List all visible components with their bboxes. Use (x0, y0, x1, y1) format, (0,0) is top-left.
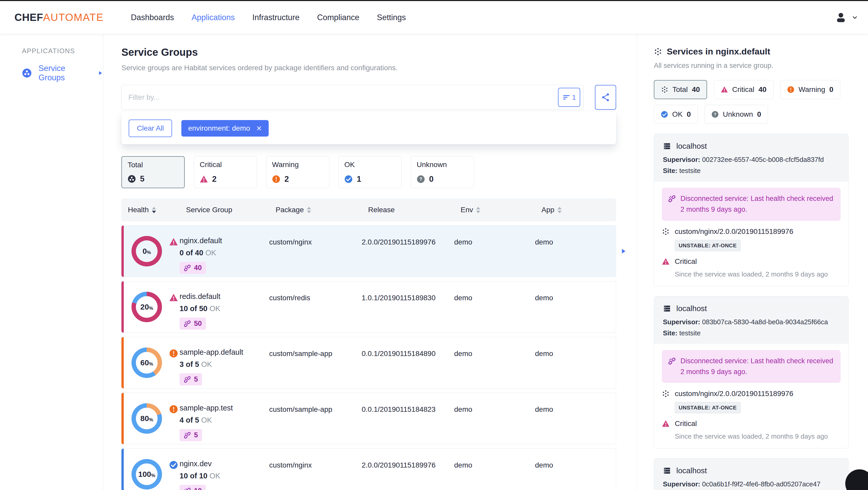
pill-critical[interactable]: Critical 40 (714, 80, 773, 99)
service-group-name: redis.default (180, 292, 269, 301)
filter-toggle-button[interactable]: 1 (558, 88, 580, 107)
table-row-nginx-dev[interactable]: 100% nginx.dev 10 of 10OK 10 custom/ngin… (121, 449, 616, 490)
filter-lines-icon (562, 93, 571, 101)
main-nav: Dashboards Applications Infrastructure C… (131, 13, 406, 22)
column-release[interactable]: Release (368, 206, 461, 214)
service-card: localhost Supervisor: 0c0a6b1f-f9f2-4fe6… (654, 458, 848, 490)
top-navigation-bar: CHEFAUTOMATE Dashboards Applications Inf… (0, 1, 868, 34)
service-card-header: localhost Supervisor: 0c0a6b1f-f9f2-4fe6… (654, 458, 848, 490)
service-package: custom/nginx/2.0.0/20190115189976 (662, 227, 841, 236)
critical-icon (200, 175, 208, 183)
column-package[interactable]: Package (276, 206, 368, 214)
health-donut: 0% (131, 236, 162, 266)
page-title: Service Groups (121, 46, 616, 58)
nav-infrastructure[interactable]: Infrastructure (252, 13, 300, 22)
pill-ok[interactable]: OK 0 (654, 105, 698, 124)
service-groups-table: Health Service Group Package Release Env (121, 199, 616, 490)
warning-icon (169, 405, 178, 414)
app-cell: demo (535, 337, 616, 388)
table-row-nginx-default[interactable]: 0% nginx.default 0 of 40OK 40 custom/ngi… (121, 225, 616, 277)
status-card-unknown[interactable]: Unknown 0 (411, 156, 474, 188)
broken-link-icon (184, 320, 191, 327)
release-cell: 2.0.0/20190115189976 (362, 449, 454, 490)
table-row-redis-default[interactable]: 20% redis.default 10 of 50OK 50 custom/r… (121, 281, 616, 333)
env-cell: demo (454, 337, 535, 388)
ok-ratio: 10 of 50OK (180, 304, 269, 313)
package-cell: custom/nginx (269, 226, 362, 277)
ok-ratio: 0 of 40OK (180, 249, 269, 257)
habitat-dots-icon (654, 47, 662, 56)
server-icon (663, 304, 671, 313)
status-card-total[interactable]: Total 5 (121, 156, 185, 188)
service-card-header: localhost Supervisor: 002732ee-6557-405c… (654, 134, 848, 182)
main-content: Service Groups Service groups are Habita… (103, 34, 637, 490)
sort-icon[interactable] (476, 207, 480, 213)
table-row-sample-app-default[interactable]: 60% sample-app.default 3 of 5OK 5 custom… (121, 337, 616, 389)
table-row-sample-app-test[interactable]: 80% sample-app.test 4 of 5OK 5 custom/sa… (121, 393, 616, 444)
share-button[interactable] (595, 85, 616, 110)
ok-ratio: 3 of 5OK (180, 360, 269, 369)
sort-icon[interactable] (307, 207, 311, 213)
column-env[interactable]: Env (461, 206, 541, 214)
service-card: localhost Supervisor: 083b07ca-5830-4a8d… (654, 296, 848, 449)
health-donut: 100% (131, 459, 162, 489)
column-health[interactable]: Health (128, 206, 186, 214)
pill-unknown[interactable]: Unknown 0 (705, 105, 768, 124)
sidebar-item-label: Service Groups (38, 64, 83, 83)
filter-chip-label: environment: demo (188, 124, 250, 132)
service-health-status: Critical (662, 420, 841, 428)
status-card-critical[interactable]: Critical 2 (194, 156, 257, 188)
user-menu[interactable] (835, 11, 858, 24)
health-donut: 20% (131, 292, 162, 322)
service-status-pills: Total 40 Critical 40 Warning 0 OK 0 Unkn… (654, 80, 848, 124)
broken-link-icon (668, 195, 676, 203)
column-service-group[interactable]: Service Group (186, 206, 276, 214)
server-icon (663, 466, 671, 475)
clear-all-button[interactable]: Clear All (129, 120, 172, 137)
release-cell: 2.0.0/20190115189976 (362, 226, 454, 277)
filter-chip-environment-demo[interactable]: environment: demo (181, 120, 269, 137)
critical-icon (662, 258, 670, 265)
update-strategy-badge: UNSTABLE: AT-ONCE (675, 402, 741, 413)
disconnected-count-badge: 40 (180, 262, 206, 274)
health-donut: 80% (131, 403, 162, 434)
status-card-ok[interactable]: OK 1 (338, 156, 402, 188)
sort-icon[interactable] (152, 207, 156, 213)
unknown-icon (711, 111, 719, 118)
app-cell: demo (535, 449, 616, 490)
window-top-edge (0, 0, 868, 1)
service-group-name: sample-app.test (180, 404, 269, 412)
app-cell: demo (535, 393, 616, 444)
habitat-dots-icon (662, 228, 670, 235)
sort-icon[interactable] (557, 207, 562, 213)
chevron-down-icon (852, 15, 858, 21)
supervisor-id: 083b07ca-5830-4a8d-be0a-9034a25f66ca (702, 318, 828, 326)
pill-warning[interactable]: Warning 0 (780, 80, 840, 99)
habitat-dots-icon (661, 86, 668, 93)
status-card-warning[interactable]: Warning 2 (266, 156, 330, 188)
pill-total[interactable]: Total 40 (654, 80, 707, 99)
column-app[interactable]: App (541, 206, 616, 214)
filter-input[interactable] (128, 93, 558, 101)
logo-automate-text: AUTOMATE (43, 11, 104, 23)
chef-automate-logo[interactable]: CHEFAUTOMATE (14, 11, 103, 23)
close-icon[interactable] (256, 126, 262, 131)
service-health-status: Critical (662, 257, 841, 266)
sidebar-item-service-groups[interactable]: Service Groups (22, 64, 103, 83)
services-side-panel: Services in nginx.default All services r… (637, 34, 868, 490)
broken-link-icon (184, 487, 191, 490)
nav-settings[interactable]: Settings (377, 13, 406, 22)
service-group-name: nginx.dev (180, 460, 269, 468)
release-cell: 0.0.1/20190115184823 (362, 393, 454, 444)
server-icon (663, 142, 671, 150)
package-cell: custom/nginx (269, 449, 362, 490)
nav-compliance[interactable]: Compliance (317, 13, 359, 22)
nav-applications[interactable]: Applications (192, 13, 235, 22)
share-icon (601, 93, 610, 102)
service-card-header: localhost Supervisor: 083b07ca-5830-4a8d… (654, 296, 848, 344)
nav-dashboards[interactable]: Dashboards (131, 13, 174, 22)
host-name: localhost (676, 142, 707, 151)
panel-subtitle: All services running in a service group. (654, 62, 848, 70)
page-subtitle: Service groups are Habitat services orde… (121, 64, 616, 72)
disconnected-count-badge: 50 (180, 318, 206, 330)
